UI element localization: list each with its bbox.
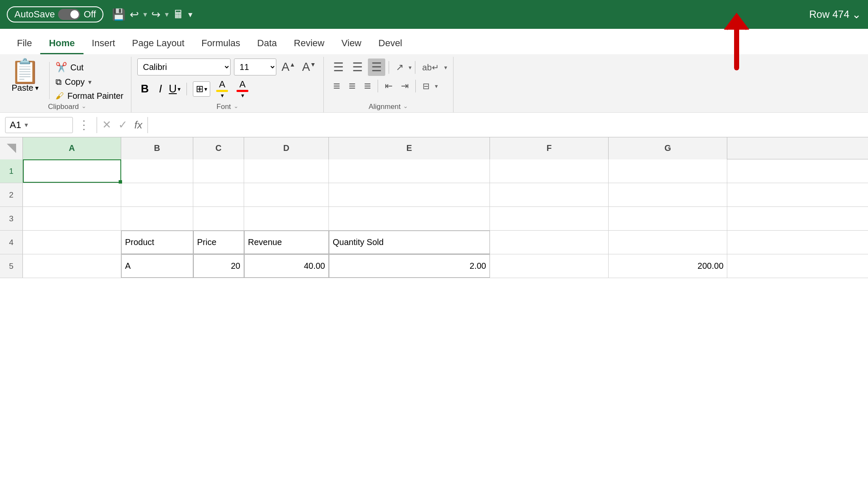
redo-icon[interactable]: ↪ bbox=[151, 8, 161, 21]
bold-button[interactable]: B bbox=[137, 81, 152, 97]
cell-e1[interactable] bbox=[329, 159, 490, 183]
align-center-button[interactable]: ≡ bbox=[345, 78, 359, 95]
cell-g3[interactable] bbox=[609, 207, 727, 230]
cell-c1[interactable] bbox=[193, 159, 244, 183]
wrap-text-button[interactable]: ab↵ bbox=[419, 61, 442, 74]
cell-d1[interactable] bbox=[244, 159, 329, 183]
cell-g2[interactable] bbox=[609, 183, 727, 206]
col-header-c[interactable]: C bbox=[193, 137, 244, 159]
cell-c3[interactable] bbox=[193, 207, 244, 230]
wrap-arrow[interactable]: ▾ bbox=[444, 64, 447, 71]
fill-color-button[interactable]: A ▾ bbox=[214, 78, 231, 100]
customize-qat-icon[interactable]: ▾ bbox=[188, 9, 192, 20]
calculator-icon[interactable]: 🖩 bbox=[173, 8, 184, 21]
cell-d4[interactable]: Revenue bbox=[244, 231, 329, 254]
cell-f4[interactable] bbox=[490, 231, 609, 254]
cell-a1[interactable] bbox=[23, 159, 121, 183]
tab-insert[interactable]: Insert bbox=[83, 33, 124, 54]
italic-button[interactable]: I bbox=[156, 81, 165, 97]
cell-d5[interactable]: 40.00 bbox=[244, 254, 329, 278]
confirm-formula-icon[interactable]: ✓ bbox=[118, 118, 128, 131]
align-left-button[interactable]: ≡ bbox=[330, 78, 343, 95]
cell-e5[interactable]: 2.00 bbox=[329, 254, 490, 278]
font-expand-icon[interactable]: ⌄ bbox=[234, 103, 239, 111]
insert-function-icon[interactable]: fx bbox=[134, 119, 142, 131]
underline-button[interactable]: U ▾ bbox=[169, 82, 181, 95]
cell-e4[interactable]: Quantity Sold bbox=[329, 231, 490, 254]
formula-input[interactable] bbox=[153, 117, 863, 133]
align-top-button[interactable]: ☰ bbox=[330, 59, 347, 76]
cell-d3[interactable] bbox=[244, 207, 329, 230]
col-header-g[interactable]: G bbox=[609, 137, 727, 159]
alignment-expand-icon[interactable]: ⌄ bbox=[403, 103, 408, 111]
col-header-e[interactable]: E bbox=[329, 137, 490, 159]
copy-button[interactable]: ⧉ Copy ▾ bbox=[53, 75, 126, 89]
font-size-select[interactable]: 11 8 9 10 12 bbox=[234, 59, 276, 75]
font-color-button[interactable]: A ▾ bbox=[234, 78, 251, 100]
cut-button[interactable]: ✂️ Cut bbox=[53, 60, 126, 75]
decrease-font-size-button[interactable]: A▼ bbox=[300, 59, 318, 75]
undo-icon[interactable]: ↩ bbox=[130, 8, 139, 21]
format-painter-button[interactable]: 🖌 Format Painter bbox=[53, 89, 126, 103]
tab-review[interactable]: Review bbox=[285, 33, 333, 54]
cell-c2[interactable] bbox=[193, 183, 244, 206]
merge-arrow[interactable]: ▾ bbox=[435, 83, 438, 89]
cell-g1[interactable] bbox=[609, 159, 727, 183]
increase-font-size-button[interactable]: A▲ bbox=[280, 59, 297, 75]
align-bottom-button[interactable]: ☰ bbox=[368, 59, 385, 76]
cell-a3[interactable] bbox=[23, 207, 121, 230]
cell-b4[interactable]: Product bbox=[121, 231, 193, 254]
text-orientation-button[interactable]: ↗ bbox=[392, 60, 407, 75]
undo-arrow-icon[interactable]: ▾ bbox=[143, 10, 147, 19]
tab-formulas[interactable]: Formulas bbox=[193, 33, 249, 54]
redo-arrow-icon[interactable]: ▾ bbox=[165, 10, 169, 19]
autosave-switch[interactable] bbox=[58, 9, 80, 20]
tab-file[interactable]: File bbox=[8, 33, 40, 54]
select-all-icon[interactable] bbox=[7, 144, 16, 153]
cell-f2[interactable] bbox=[490, 183, 609, 206]
cell-a2[interactable] bbox=[23, 183, 121, 206]
cell-reference-box[interactable]: A1 ▾ bbox=[5, 117, 73, 133]
cell-g4[interactable] bbox=[609, 231, 727, 254]
cell-c4[interactable]: Price bbox=[193, 231, 244, 254]
cell-f3[interactable] bbox=[490, 207, 609, 230]
cell-e2[interactable] bbox=[329, 183, 490, 206]
cell-options-icon[interactable]: ⋮ bbox=[78, 118, 90, 132]
cell-b2[interactable] bbox=[121, 183, 193, 206]
row-indicator-chevron[interactable]: ⌄ bbox=[852, 8, 861, 21]
merge-center-button[interactable]: ⊟ bbox=[419, 79, 433, 93]
tab-developer[interactable]: Devel bbox=[370, 33, 411, 54]
orientation-arrow[interactable]: ▾ bbox=[409, 64, 412, 71]
cell-d2[interactable] bbox=[244, 183, 329, 206]
decrease-indent-button[interactable]: ⇤ bbox=[381, 79, 396, 93]
cell-g5[interactable]: 200.00 bbox=[609, 254, 727, 278]
col-header-a[interactable]: A bbox=[23, 137, 121, 159]
tab-page-layout[interactable]: Page Layout bbox=[124, 33, 193, 54]
cell-ref-dropdown[interactable]: ▾ bbox=[25, 121, 28, 129]
clipboard-expand-icon[interactable]: ⌄ bbox=[81, 103, 86, 111]
cell-c5[interactable]: 20 bbox=[193, 254, 244, 278]
row-indicator[interactable]: Row 474 ⌄ bbox=[809, 8, 861, 21]
cell-f5[interactable] bbox=[490, 254, 609, 278]
increase-indent-button[interactable]: ⇥ bbox=[398, 79, 412, 93]
borders-button[interactable]: ⊞ ▾ bbox=[193, 81, 210, 97]
cell-b5[interactable]: A bbox=[121, 254, 193, 278]
cell-a5[interactable] bbox=[23, 254, 121, 278]
font-name-select[interactable]: Calibri Arial Times New Roman bbox=[137, 59, 231, 75]
align-right-button[interactable]: ≡ bbox=[361, 78, 374, 95]
save-icon[interactable]: 💾 bbox=[112, 8, 125, 21]
tab-view[interactable]: View bbox=[333, 33, 370, 54]
col-header-b[interactable]: B bbox=[121, 137, 193, 159]
cancel-formula-icon[interactable]: ✕ bbox=[102, 118, 111, 131]
cell-b1[interactable] bbox=[121, 159, 193, 183]
paste-button[interactable]: 📋 Paste ▾ bbox=[8, 59, 46, 103]
cell-e3[interactable] bbox=[329, 207, 490, 230]
fill-handle[interactable] bbox=[119, 180, 122, 184]
tab-home[interactable]: Home bbox=[40, 33, 83, 54]
cell-b3[interactable] bbox=[121, 207, 193, 230]
cell-a4[interactable] bbox=[23, 231, 121, 254]
cell-f1[interactable] bbox=[490, 159, 609, 183]
align-middle-button[interactable]: ☰ bbox=[349, 59, 366, 76]
col-header-d[interactable]: D bbox=[244, 137, 329, 159]
tab-data[interactable]: Data bbox=[249, 33, 285, 54]
